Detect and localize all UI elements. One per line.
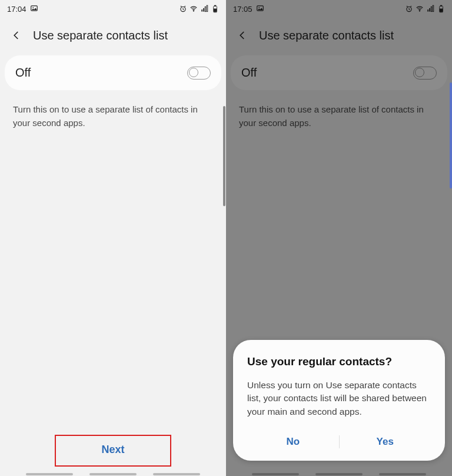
picture-icon xyxy=(30,4,38,14)
nav-handle[interactable] xyxy=(252,473,299,475)
wifi-icon xyxy=(190,5,198,13)
description-text: Turn this on to use a separate list of c… xyxy=(0,90,226,130)
status-bar: 17:05 xyxy=(226,0,452,18)
nav-handle[interactable] xyxy=(379,473,426,475)
wifi-icon xyxy=(416,5,424,13)
svg-point-1 xyxy=(32,6,34,8)
nav-handle[interactable] xyxy=(89,473,137,475)
alarm-icon xyxy=(179,5,187,13)
page-title: Use separate contacts list xyxy=(33,29,168,42)
svg-rect-17 xyxy=(431,7,432,12)
back-button[interactable] xyxy=(7,26,26,45)
battery-icon xyxy=(211,5,219,13)
svg-rect-9 xyxy=(214,5,215,6)
nav-handle[interactable] xyxy=(153,473,200,475)
toggle-switch[interactable] xyxy=(413,67,437,80)
svg-rect-20 xyxy=(440,5,441,6)
nav-handle[interactable] xyxy=(315,473,363,475)
svg-rect-7 xyxy=(207,5,208,12)
svg-rect-4 xyxy=(201,9,202,12)
status-time: 17:04 xyxy=(7,5,26,14)
picture-icon xyxy=(256,4,264,14)
svg-rect-21 xyxy=(440,9,443,12)
toggle-card[interactable]: Off xyxy=(5,55,221,90)
page-header: Use separate contacts list xyxy=(226,18,452,55)
signal-icon xyxy=(426,5,434,13)
back-button[interactable] xyxy=(233,26,252,45)
svg-point-3 xyxy=(193,11,194,11)
toggle-card[interactable]: Off xyxy=(231,55,447,90)
toggle-switch[interactable] xyxy=(187,67,211,80)
page-title: Use separate contacts list xyxy=(259,29,394,42)
nav-gesture-handles xyxy=(226,473,452,475)
toggle-knob xyxy=(189,68,198,77)
next-button[interactable]: Next xyxy=(57,436,169,463)
alarm-icon xyxy=(405,5,413,13)
svg-point-12 xyxy=(258,6,260,8)
nav-handle[interactable] xyxy=(26,473,73,475)
scrollbar[interactable] xyxy=(450,82,452,189)
right-screenshot: 17:05 Use separate contacts list Off xyxy=(226,0,452,476)
toggle-label: Off xyxy=(15,66,31,80)
dialog-yes-button[interactable]: Yes xyxy=(340,429,431,455)
svg-rect-18 xyxy=(433,5,434,12)
status-bar: 17:04 xyxy=(0,0,226,18)
page-header: Use separate contacts list xyxy=(0,18,226,55)
toggle-knob xyxy=(415,68,424,77)
confirmation-dialog: Use your regular contacts? Unless you tu… xyxy=(233,340,445,461)
toggle-label: Off xyxy=(241,66,257,80)
dialog-title: Use your regular contacts? xyxy=(247,355,431,368)
svg-rect-6 xyxy=(205,7,206,12)
dialog-actions: No Yes xyxy=(247,429,431,455)
status-time: 17:05 xyxy=(233,5,252,14)
svg-point-14 xyxy=(419,11,420,11)
description-text: Turn this on to use a separate list of c… xyxy=(226,90,452,130)
svg-rect-16 xyxy=(429,8,430,12)
dialog-no-button[interactable]: No xyxy=(247,429,339,455)
left-screenshot: 17:04 Use separate contacts list Off Tur… xyxy=(0,0,226,476)
svg-rect-10 xyxy=(214,9,217,12)
svg-rect-15 xyxy=(427,9,428,12)
screen-content: Use separate contacts list Off Turn this… xyxy=(0,18,226,476)
battery-icon xyxy=(437,5,445,13)
dialog-body: Unless you turn on Use separate contacts… xyxy=(247,379,431,418)
nav-gesture-handles xyxy=(0,473,226,475)
signal-icon xyxy=(200,5,208,13)
svg-rect-5 xyxy=(203,8,204,12)
scrollbar[interactable] xyxy=(223,106,225,206)
